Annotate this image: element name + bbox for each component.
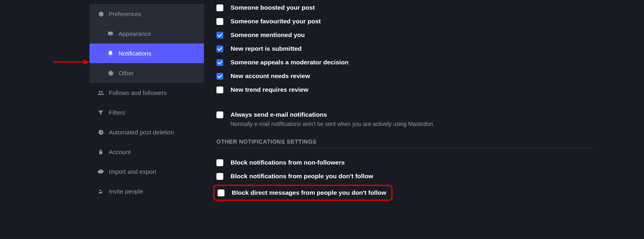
sidebar-item-follows[interactable]: Follows and followers bbox=[89, 83, 204, 103]
check-new-trend: New trend requires review bbox=[216, 86, 595, 93]
gear-icon bbox=[107, 70, 114, 76]
sidebar-label: Automated post deletion bbox=[109, 129, 174, 136]
history-icon bbox=[98, 129, 104, 136]
notifications-settings: Someone boosted your post Someone favour… bbox=[216, 4, 595, 201]
check-label: Block notifications from people you don'… bbox=[231, 173, 373, 180]
sidebar-label: Preferences bbox=[109, 10, 141, 17]
checkbox[interactable] bbox=[216, 111, 223, 118]
sidebar-item-automated-deletion[interactable]: Automated post deletion bbox=[89, 122, 204, 142]
check-block-nonfollowers: Block notifications from non-followers bbox=[216, 159, 595, 166]
checkbox[interactable] bbox=[216, 173, 223, 180]
sidebar-item-invite[interactable]: Invite people bbox=[89, 181, 204, 201]
check-label: Someone favourited your post bbox=[231, 18, 321, 25]
check-label: Someone boosted your post bbox=[231, 4, 315, 11]
sidebar-label: Other bbox=[118, 70, 134, 76]
bell-icon bbox=[107, 50, 114, 57]
sidebar-label: Invite people bbox=[109, 188, 143, 195]
svg-marker-1 bbox=[83, 60, 89, 64]
gear-icon bbox=[98, 11, 104, 17]
check-new-account: New account needs review bbox=[216, 72, 595, 80]
check-boosted: Someone boosted your post bbox=[216, 4, 595, 11]
hint-text: Normally e-mail notifications won't be s… bbox=[231, 121, 595, 127]
divider bbox=[216, 148, 595, 148]
check-label: Block direct messages from people you do… bbox=[232, 189, 386, 196]
check-report: New report is submitted bbox=[216, 45, 595, 52]
sidebar-item-appearance[interactable]: Appearance bbox=[89, 24, 204, 43]
sidebar-label: Account bbox=[109, 148, 131, 155]
user-plus-icon bbox=[98, 188, 104, 195]
sidebar-item-import-export[interactable]: Import and export bbox=[89, 162, 204, 181]
check-appeals: Someone appeals a moderator decision bbox=[216, 59, 595, 66]
monitor-icon bbox=[107, 31, 114, 37]
sidebar-label: Notifications bbox=[118, 50, 152, 57]
annotation-highlight: Block direct messages from people you do… bbox=[213, 185, 393, 201]
sidebar-item-preferences[interactable]: Preferences bbox=[89, 4, 204, 24]
check-label: Always send e-mail notifications bbox=[231, 111, 327, 118]
sidebar-label: Import and export bbox=[109, 168, 156, 175]
annotation-arrow bbox=[53, 59, 89, 65]
checkbox[interactable] bbox=[218, 190, 224, 196]
check-label: Someone mentioned you bbox=[231, 31, 305, 39]
checkbox[interactable] bbox=[216, 18, 223, 25]
check-label: Block notifications from non-followers bbox=[231, 159, 345, 166]
filter-icon bbox=[98, 109, 104, 116]
sidebar-item-other[interactable]: Other bbox=[89, 63, 204, 83]
users-icon bbox=[98, 90, 104, 96]
checkbox[interactable] bbox=[216, 32, 223, 39]
sidebar-label: Follows and followers bbox=[109, 89, 166, 96]
check-label: New account needs review bbox=[231, 72, 310, 80]
check-favourited: Someone favourited your post bbox=[216, 18, 595, 25]
sidebar-label: Appearance bbox=[118, 30, 151, 37]
checkbox[interactable] bbox=[216, 159, 223, 166]
check-block-unfollowed: Block notifications from people you don'… bbox=[216, 173, 595, 180]
sidebar-item-filters[interactable]: Filters bbox=[89, 103, 204, 122]
checkbox[interactable] bbox=[216, 73, 223, 80]
checkbox[interactable] bbox=[216, 87, 223, 93]
settings-sidebar: Preferences Appearance Notifications Oth… bbox=[89, 4, 204, 201]
check-always-send: Always send e-mail notifications bbox=[216, 111, 595, 118]
sidebar-label: Filters bbox=[109, 109, 125, 116]
lock-icon bbox=[98, 149, 104, 155]
check-label: New trend requires review bbox=[231, 86, 308, 93]
checkbox[interactable] bbox=[216, 45, 223, 52]
section-header-other: OTHER NOTIFICATIONS SETTINGS bbox=[216, 138, 595, 145]
checkbox[interactable] bbox=[216, 4, 223, 11]
cloud-icon bbox=[98, 169, 104, 175]
sidebar-item-account[interactable]: Account bbox=[89, 142, 204, 162]
checkbox[interactable] bbox=[216, 59, 223, 66]
sidebar-item-notifications[interactable]: Notifications bbox=[89, 43, 204, 63]
check-mentioned: Someone mentioned you bbox=[216, 31, 595, 39]
check-label: Someone appeals a moderator decision bbox=[231, 59, 349, 66]
check-label: New report is submitted bbox=[231, 45, 302, 52]
